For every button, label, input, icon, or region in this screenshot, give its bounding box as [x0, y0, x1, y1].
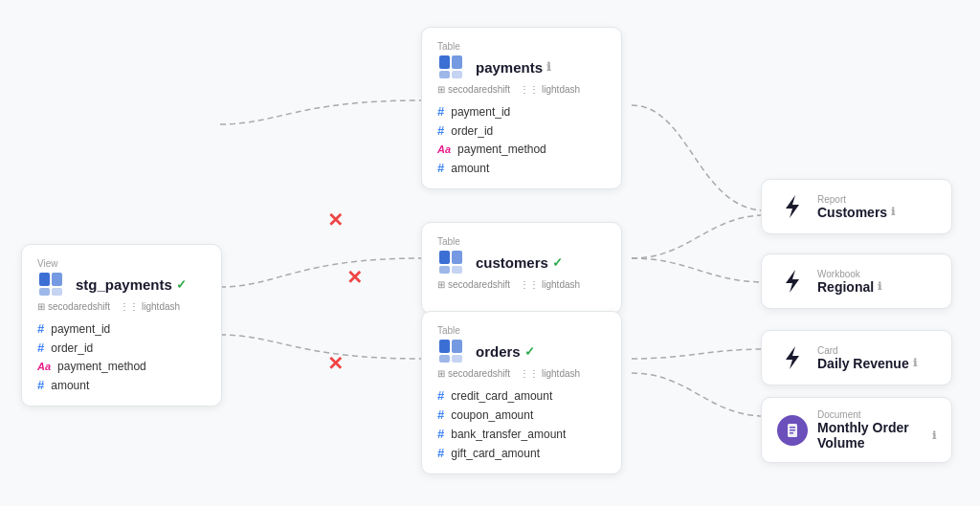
orders-type: Table [437, 325, 606, 336]
svg-marker-18 [786, 346, 799, 369]
right-card-daily-revenue-content: Card Daily Revenue ℹ [817, 345, 917, 371]
customers-meta-db: ⊞ secodaredshift [437, 279, 510, 290]
customers-check: ✓ [552, 255, 563, 270]
stg-payments-title: stg_payments ✓ [76, 276, 187, 293]
svg-rect-1 [52, 273, 62, 286]
svg-rect-21 [790, 429, 795, 431]
svg-rect-2 [39, 288, 50, 296]
lightning-icon-workbook [777, 266, 808, 297]
svg-rect-22 [790, 432, 793, 434]
canvas: ✕ ✕ ✕ View stg_payments ✓ [0, 0, 980, 506]
svg-rect-0 [39, 273, 50, 286]
svg-rect-7 [452, 71, 462, 78]
workbook-regional-type: Workbook [817, 269, 881, 279]
svg-rect-13 [452, 340, 462, 353]
text-icon: Aa [37, 361, 51, 372]
svg-marker-16 [786, 195, 799, 218]
payments-fields: # payment_id # order_id Aa payment_metho… [437, 104, 606, 175]
node-customers[interactable]: Table customers ✓ ⊞ [421, 222, 622, 314]
stg-payments-field-order-id: # order_id [37, 341, 206, 355]
hash-icon: # [37, 321, 44, 336]
stg-payments-db-icon [37, 271, 64, 297]
svg-rect-15 [452, 355, 462, 363]
svg-rect-6 [439, 71, 450, 78]
hash-icon: # [437, 407, 444, 422]
customers-type: Table [437, 236, 606, 247]
svg-marker-17 [786, 270, 799, 293]
stg-payments-meta-schema: ⋮⋮ lightdash [120, 301, 180, 312]
report-customers-info: ℹ [891, 206, 895, 218]
svg-rect-5 [452, 55, 462, 69]
svg-rect-14 [439, 355, 450, 363]
customers-header: Table customers ✓ ⊞ [437, 236, 606, 290]
svg-rect-11 [452, 266, 462, 274]
card-daily-revenue-title: Daily Revenue ℹ [817, 356, 917, 371]
monthly-order-info: ℹ [932, 429, 936, 442]
orders-db-icon [437, 338, 464, 364]
node-payments[interactable]: Table payments ℹ ⊞ s [421, 27, 622, 189]
hash-icon: # [437, 427, 444, 441]
text-icon: Aa [437, 143, 451, 155]
svg-rect-10 [439, 266, 450, 274]
stg-payments-field-payment-method: Aa payment_method [37, 360, 206, 373]
document-icon [777, 415, 808, 446]
svg-rect-12 [439, 340, 450, 353]
svg-rect-4 [439, 55, 450, 69]
orders-meta-schema: ⋮⋮ lightdash [520, 368, 580, 379]
right-card-report-customers-content: Report Customers ℹ [817, 194, 895, 220]
right-card-workbook-regional-content: Workbook Regional ℹ [817, 269, 881, 295]
orders-field-bank-transfer: # bank_transfer_amount [437, 427, 606, 441]
orders-field-credit-card: # credit_card_amount [437, 388, 606, 403]
payments-header: Table payments ℹ ⊞ s [437, 41, 606, 95]
orders-meta-db: ⊞ secodaredshift [437, 368, 510, 379]
report-customers-title: Customers ℹ [817, 205, 895, 220]
orders-field-gift-card: # gift_card_amount [437, 446, 606, 460]
orders-header: Table orders ✓ ⊞ sec [437, 325, 606, 379]
orders-check: ✓ [524, 344, 535, 359]
orders-meta: ⊞ secodaredshift ⋮⋮ lightdash [437, 368, 606, 379]
right-card-daily-revenue[interactable]: Card Daily Revenue ℹ [761, 330, 952, 385]
orders-field-coupon: # coupon_amount [437, 407, 606, 422]
right-card-monthly-order-volume[interactable]: Document Monthly Order Volume ℹ [761, 397, 952, 463]
orders-title: orders ✓ [476, 343, 535, 360]
node-stg-payments[interactable]: View stg_payments ✓ ⊞ [21, 244, 222, 407]
report-customers-type: Report [817, 194, 895, 205]
payments-meta: ⊞ secodaredshift ⋮⋮ lightdash [437, 84, 606, 95]
stg-payments-check: ✓ [176, 277, 187, 292]
payments-field-payment-method: Aa payment_method [437, 143, 606, 156]
payments-field-order-id: # order_id [437, 123, 606, 138]
svg-rect-8 [439, 251, 450, 264]
node-orders[interactable]: Table orders ✓ ⊞ sec [421, 311, 622, 474]
stg-payments-meta: ⊞ secodaredshift ⋮⋮ lightdash [37, 301, 206, 312]
customers-title: customers ✓ [476, 254, 563, 271]
payments-title: payments ℹ [476, 59, 551, 76]
orders-fields: # credit_card_amount # coupon_amount # b… [437, 388, 606, 460]
workbook-regional-title: Regional ℹ [817, 279, 881, 295]
stg-payments-type: View [37, 258, 206, 269]
x-marker-3: ✕ [327, 352, 344, 375]
payments-type: Table [437, 41, 606, 52]
payments-field-payment-id: # payment_id [437, 104, 606, 119]
hash-icon: # [37, 378, 44, 392]
svg-rect-9 [452, 251, 462, 264]
right-card-workbook-regional[interactable]: Workbook Regional ℹ [761, 253, 952, 309]
customers-meta-schema: ⋮⋮ lightdash [520, 279, 580, 290]
hash-icon: # [437, 388, 444, 403]
stg-payments-field-payment-id: # payment_id [37, 321, 206, 336]
monthly-order-title: Monthly Order Volume ℹ [817, 420, 936, 451]
lightning-icon-report [777, 191, 808, 222]
node-stg-payments-header: View stg_payments ✓ ⊞ [37, 258, 206, 312]
right-card-report-customers[interactable]: Report Customers ℹ [761, 179, 952, 234]
stg-payments-meta-db: ⊞ secodaredshift [37, 301, 110, 312]
stg-payments-field-amount: # amount [37, 378, 206, 392]
hash-icon: # [437, 104, 444, 119]
hash-icon: # [437, 123, 444, 138]
svg-rect-20 [790, 427, 795, 429]
payments-db-icon [437, 54, 464, 80]
payments-meta-db: ⊞ secodaredshift [437, 84, 510, 95]
workbook-regional-info: ℹ [878, 280, 881, 293]
payments-meta-schema: ⋮⋮ lightdash [520, 84, 580, 95]
hash-icon: # [437, 161, 444, 175]
hash-icon: # [37, 341, 44, 355]
customers-meta: ⊞ secodaredshift ⋮⋮ lightdash [437, 279, 606, 290]
